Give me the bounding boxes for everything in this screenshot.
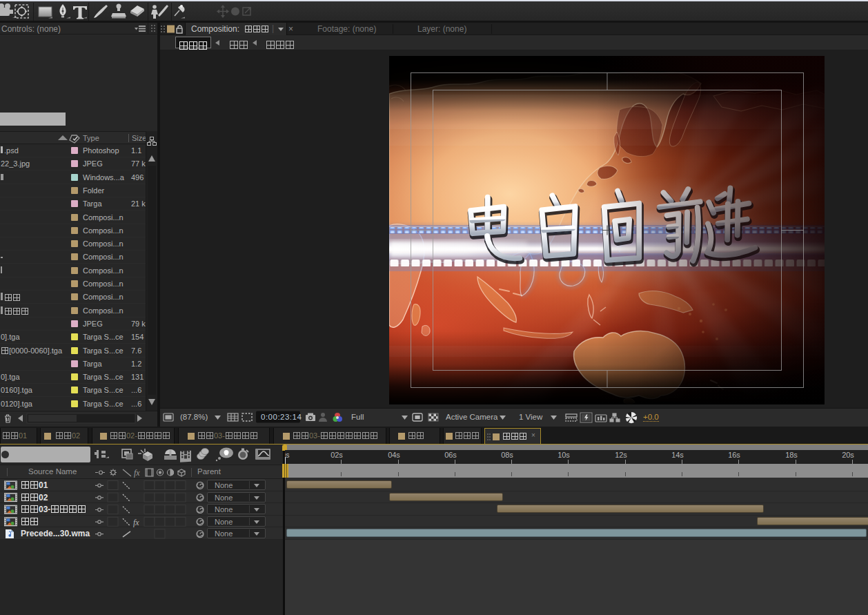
svg-text:fx: fx bbox=[133, 518, 139, 527]
svg-text:fx: fx bbox=[134, 468, 140, 478]
